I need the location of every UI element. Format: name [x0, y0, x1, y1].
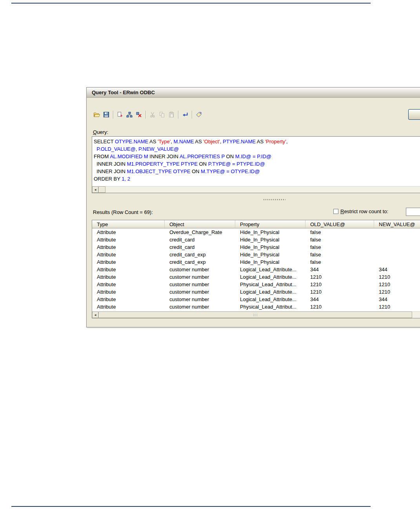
table-cell: Logical_Lead_Attribute... — [235, 296, 305, 303]
table-cell: 1210 — [374, 273, 420, 281]
query-editor[interactable]: SELECT OTYPE.NAME AS 'Type', M.NAME AS '… — [92, 136, 420, 193]
table-cell: 344 — [374, 266, 420, 273]
splitter-handle[interactable] — [92, 198, 420, 201]
results-label: Results (Row Count = 69): — [93, 209, 153, 215]
table-cell: Attribute — [92, 266, 165, 273]
table-cell: Attribute — [92, 258, 165, 266]
table-cell: customer number — [165, 288, 235, 296]
table-cell: Attribute — [92, 288, 165, 296]
table-cell: Hide_In_Physical — [235, 236, 305, 243]
table-cell: false — [305, 251, 374, 258]
cutoff-button[interactable] — [408, 109, 420, 120]
paste-icon — [167, 110, 176, 119]
table-cell: 1210 — [305, 273, 374, 281]
query-label: Query: — [93, 129, 108, 135]
table-cell: Hide_In_Physical — [235, 228, 305, 236]
open-icon[interactable] — [92, 110, 102, 119]
table-cell: Attribute — [92, 236, 165, 243]
table-cell: credit_card — [165, 236, 235, 243]
table-cell: false — [305, 243, 374, 251]
table-cell — [374, 258, 420, 266]
grid-body: AttributeOverdue_Charge_RateHide_In_Phys… — [92, 228, 420, 312]
table-cell — [374, 228, 420, 236]
table-cell: Attribute — [92, 228, 165, 236]
table-row[interactable]: AttributeOverdue_Charge_RateHide_In_Phys… — [92, 228, 420, 236]
restrict-checkbox[interactable] — [333, 209, 338, 214]
grid-header: TypeObjectPropertyOLD_VALUE@NEW_VALUE@ — [92, 220, 420, 228]
sql-line: P.OLD_VALUE@, P.NEW_VALUE@ — [94, 145, 420, 153]
table-cell: false — [305, 236, 374, 243]
table-cell: Logical_Lead_Attribute... — [235, 266, 305, 273]
sql-line: INNER JOIN M1.OBJECT_TYPE OTYPE ON M.TYP… — [94, 168, 420, 175]
column-header-property[interactable]: Property — [235, 220, 305, 228]
table-row[interactable]: Attributecredit_cardHide_In_Physicalfals… — [92, 243, 420, 251]
table-cell: 344 — [305, 266, 374, 273]
query-tree-icon[interactable] — [125, 110, 134, 119]
restrict-count-input[interactable] — [406, 208, 420, 216]
table-cell — [374, 243, 420, 251]
table-cell: Attribute — [92, 251, 165, 258]
restrict-row-count-group: Restrict row count to: — [333, 208, 388, 214]
sql-text: SELECT OTYPE.NAME AS 'Type', M.NAME AS '… — [94, 138, 420, 186]
execute-query-icon[interactable] — [180, 110, 190, 119]
tag-icon[interactable] — [194, 110, 204, 119]
page-top-rule — [11, 3, 371, 4]
toolbar-separator — [145, 111, 146, 119]
column-header-object[interactable]: Object — [165, 220, 235, 228]
sql-line: ORDER BY 1, 2 — [94, 175, 420, 183]
query-hscrollbar[interactable]: ◄ — [92, 186, 420, 193]
table-cell: customer number — [165, 296, 235, 303]
table-row[interactable]: Attributecustomer numberLogical_Lead_Att… — [92, 288, 420, 296]
table-cell: false — [305, 228, 374, 236]
table-row[interactable]: Attributecustomer numberLogical_Lead_Att… — [92, 273, 420, 281]
table-cell: customer number — [165, 266, 235, 273]
scroll-left-icon[interactable]: ◄ — [92, 186, 98, 193]
table-cell: Attribute — [92, 296, 165, 303]
toolbar-separator — [178, 111, 178, 119]
table-cell: Attribute — [92, 243, 165, 251]
table-row[interactable]: Attributecredit_card_expHide_In_Physical… — [92, 258, 420, 266]
table-cell: Attribute — [92, 281, 165, 288]
copy-icon — [157, 110, 167, 119]
query-scroll-thumb[interactable] — [98, 186, 105, 193]
table-cell: false — [305, 258, 374, 266]
table-cell — [374, 236, 420, 243]
results-scroll-thumb[interactable] — [98, 312, 412, 318]
table-cell: Attribute — [92, 303, 165, 311]
query-tool-window: Query Tool - ERwin ODBC Query: SELECT OT… — [86, 87, 420, 327]
table-cell: credit_card — [165, 243, 235, 251]
table-cell: customer number — [165, 273, 235, 281]
table-cell: Hide_In_Physical — [235, 251, 305, 258]
toolbar-separator — [113, 111, 113, 119]
sql-line: INNER JOIN M1.PROPERTY_TYPE PTYPE ON P.T… — [94, 160, 420, 168]
table-row[interactable]: Attributecredit_cardHide_In_Physicalfals… — [92, 236, 420, 243]
results-grid: TypeObjectPropertyOLD_VALUE@NEW_VALUE@ A… — [92, 220, 420, 318]
table-cell: Physical_Lead_Attribut... — [235, 303, 305, 311]
title-bar[interactable]: Query Tool - ERwin ODBC — [87, 88, 420, 98]
sql-line: SELECT OTYPE.NAME AS 'Type', M.NAME AS '… — [94, 138, 420, 145]
results-hscrollbar[interactable]: ◄ — [92, 311, 420, 318]
table-cell — [374, 251, 420, 258]
scroll-left-icon[interactable]: ◄ — [92, 312, 98, 318]
sql-line: FROM AL.MODIFIED M INNER JOIN AL.PROPERT… — [94, 153, 420, 160]
delete-query-icon[interactable] — [134, 110, 144, 119]
thumb-grip-icon — [253, 314, 258, 316]
table-row[interactable]: Attributecustomer numberPhysical_Lead_At… — [92, 303, 420, 311]
table-cell: customer number — [165, 281, 235, 288]
new-query-icon[interactable] — [115, 110, 125, 119]
column-header-type[interactable]: Type — [92, 220, 165, 228]
table-cell: 1210 — [305, 288, 374, 296]
table-row[interactable]: Attributecredit_card_expHide_In_Physical… — [92, 251, 420, 258]
table-row[interactable]: Attributecustomer numberPhysical_Lead_At… — [92, 281, 420, 288]
table-row[interactable]: Attributecustomer numberLogical_Lead_Att… — [92, 266, 420, 273]
table-cell: customer number — [165, 303, 235, 311]
column-header-old-value-[interactable]: OLD_VALUE@ — [305, 220, 374, 228]
column-header-new-value-[interactable]: NEW_VALUE@ — [374, 220, 420, 228]
table-cell: 1210 — [374, 303, 420, 311]
table-cell: Attribute — [92, 273, 165, 281]
save-icon[interactable] — [102, 110, 111, 119]
table-cell: Logical_Lead_Attribute... — [235, 288, 305, 296]
table-cell: 1210 — [305, 281, 374, 288]
table-cell: 344 — [305, 296, 374, 303]
table-row[interactable]: Attributecustomer numberLogical_Lead_Att… — [92, 296, 420, 303]
